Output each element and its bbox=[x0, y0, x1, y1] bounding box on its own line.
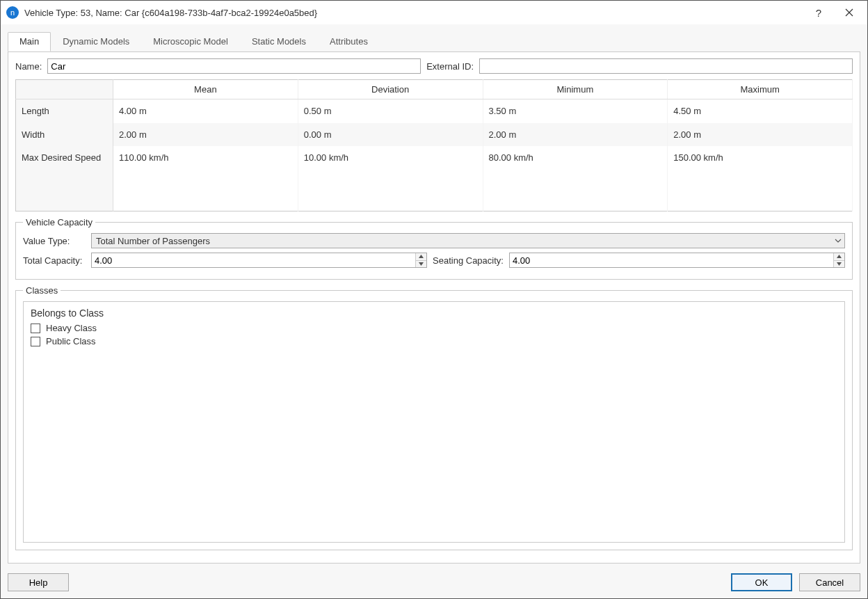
row-label-length: Length bbox=[16, 99, 113, 123]
seating-capacity-input[interactable] bbox=[510, 253, 833, 267]
table-row: Length 4.00 m 0.50 m 3.50 m 4.50 m bbox=[16, 99, 853, 123]
belongs-to-class-heading: Belongs to Class bbox=[31, 308, 837, 319]
chevron-down-icon bbox=[835, 237, 842, 244]
name-label: Name: bbox=[15, 61, 42, 72]
titlebar-help-button[interactable]: ? bbox=[803, 2, 834, 23]
dialog-window: n Vehicle Type: 53, Name: Car {c604a198-… bbox=[0, 0, 868, 599]
cell-length-minimum[interactable]: 3.50 m bbox=[483, 99, 668, 123]
value-type-label: Value Type: bbox=[23, 236, 86, 246]
parameters-table: Mean Deviation Minimum Maximum Length 4.… bbox=[15, 79, 853, 211]
classes-legend: Classes bbox=[23, 285, 61, 296]
external-id-label: External ID: bbox=[426, 61, 474, 72]
dialog-footer: Help OK Cancel bbox=[1, 568, 867, 598]
triangle-up-icon bbox=[419, 255, 424, 258]
row-label-max-speed: Max Desired Speed bbox=[16, 146, 113, 169]
tab-main[interactable]: Main bbox=[8, 32, 51, 51]
app-icon: n bbox=[6, 6, 19, 19]
cell-width-maximum[interactable]: 2.00 m bbox=[668, 123, 853, 146]
col-minimum[interactable]: Minimum bbox=[483, 80, 668, 99]
spin-up-button[interactable] bbox=[834, 253, 844, 261]
total-capacity-stepper[interactable] bbox=[91, 253, 427, 268]
cell-width-deviation[interactable]: 0.00 m bbox=[298, 123, 483, 146]
help-button[interactable]: Help bbox=[8, 573, 69, 591]
cell-speed-maximum[interactable]: 150.00 km/h bbox=[668, 146, 853, 169]
table-filler bbox=[16, 170, 853, 211]
total-capacity-label: Total Capacity: bbox=[23, 255, 86, 266]
table-corner bbox=[16, 80, 113, 99]
triangle-down-icon bbox=[837, 262, 842, 266]
classes-group: Classes Belongs to Class Heavy Class Pub… bbox=[15, 285, 853, 550]
tab-panel-main: Name: External ID: Mean Deviation Minimu… bbox=[8, 51, 860, 564]
cell-length-deviation[interactable]: 0.50 m bbox=[298, 99, 483, 123]
table-row: Width 2.00 m 0.00 m 2.00 m 2.00 m bbox=[16, 123, 853, 146]
public-class-label: Public Class bbox=[46, 336, 96, 346]
cell-speed-minimum[interactable]: 80.00 km/h bbox=[483, 146, 668, 169]
window-title: Vehicle Type: 53, Name: Car {c604a198-73… bbox=[24, 8, 803, 18]
spin-down-button[interactable] bbox=[416, 261, 426, 268]
client-area: Main Dynamic Models Microscopic Model St… bbox=[1, 24, 867, 568]
tab-attributes[interactable]: Attributes bbox=[318, 32, 380, 51]
list-item: Public Class bbox=[31, 336, 837, 346]
seating-capacity-label: Seating Capacity: bbox=[433, 255, 504, 266]
cancel-button[interactable]: Cancel bbox=[799, 573, 860, 591]
heavy-class-label: Heavy Class bbox=[46, 323, 97, 333]
tab-static-models[interactable]: Static Models bbox=[240, 32, 318, 51]
window-controls: ? bbox=[803, 2, 865, 23]
close-icon bbox=[845, 8, 853, 17]
cell-width-mean[interactable]: 2.00 m bbox=[113, 123, 298, 146]
value-type-select[interactable]: Total Number of Passengers bbox=[91, 233, 845, 248]
public-class-checkbox[interactable] bbox=[31, 337, 40, 346]
heavy-class-checkbox[interactable] bbox=[31, 324, 40, 333]
cell-width-minimum[interactable]: 2.00 m bbox=[483, 123, 668, 146]
total-capacity-input[interactable] bbox=[92, 253, 415, 267]
table-row: Max Desired Speed 110.00 km/h 10.00 km/h… bbox=[16, 146, 853, 169]
classes-list: Belongs to Class Heavy Class Public Clas… bbox=[23, 301, 845, 543]
value-type-selected: Total Number of Passengers bbox=[96, 236, 210, 246]
col-deviation[interactable]: Deviation bbox=[298, 80, 483, 99]
name-input[interactable] bbox=[47, 58, 421, 74]
tab-microscopic-model[interactable]: Microscopic Model bbox=[141, 32, 240, 51]
vehicle-capacity-group: Vehicle Capacity Value Type: Total Numbe… bbox=[15, 217, 853, 280]
vehicle-capacity-legend: Vehicle Capacity bbox=[23, 217, 95, 227]
external-id-input[interactable] bbox=[479, 58, 853, 74]
col-maximum[interactable]: Maximum bbox=[668, 80, 853, 99]
col-mean[interactable]: Mean bbox=[113, 80, 298, 99]
titlebar-close-button[interactable] bbox=[834, 2, 865, 23]
row-label-width: Width bbox=[16, 123, 113, 146]
cell-length-mean[interactable]: 4.00 m bbox=[113, 99, 298, 123]
titlebar: n Vehicle Type: 53, Name: Car {c604a198-… bbox=[1, 1, 867, 24]
ok-button[interactable]: OK bbox=[731, 573, 792, 591]
cell-length-maximum[interactable]: 4.50 m bbox=[668, 99, 853, 123]
tabbar: Main Dynamic Models Microscopic Model St… bbox=[8, 32, 860, 52]
name-extid-row: Name: External ID: bbox=[15, 58, 853, 74]
triangle-down-icon bbox=[419, 262, 424, 266]
cell-speed-mean[interactable]: 110.00 km/h bbox=[113, 146, 298, 169]
spin-up-button[interactable] bbox=[416, 253, 426, 261]
tab-dynamic-models[interactable]: Dynamic Models bbox=[51, 32, 141, 51]
seating-capacity-stepper[interactable] bbox=[509, 253, 845, 268]
list-item: Heavy Class bbox=[31, 323, 837, 333]
spin-down-button[interactable] bbox=[834, 261, 844, 268]
triangle-up-icon bbox=[837, 255, 842, 258]
cell-speed-deviation[interactable]: 10.00 km/h bbox=[298, 146, 483, 169]
